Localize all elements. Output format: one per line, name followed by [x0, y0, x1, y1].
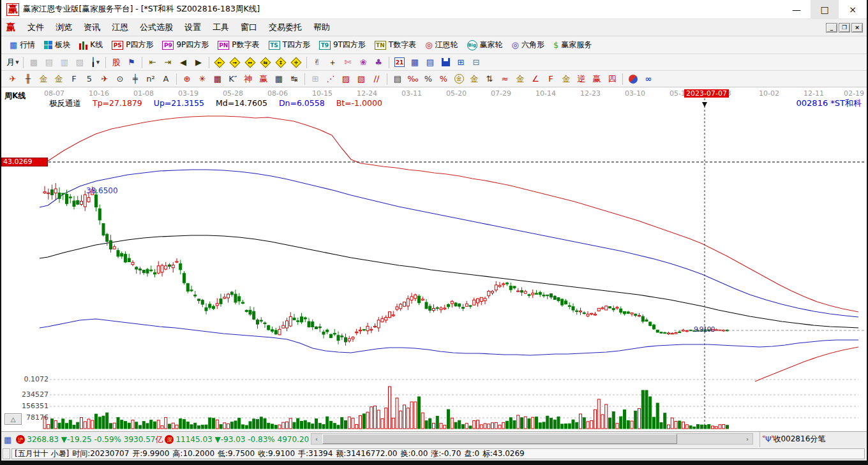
- menu-item-资讯[interactable]: 资讯: [78, 20, 106, 35]
- diamond-h-shrink-button[interactable]: ⇆: [258, 55, 273, 69]
- maximize-button[interactable]: □: [811, 0, 839, 19]
- gann-rocket2-tool[interactable]: ✈: [98, 72, 112, 85]
- gann-pct7-tool[interactable]: ‰: [406, 72, 420, 85]
- hexagon-button[interactable]: ◎六角形: [507, 38, 549, 52]
- scrollbar-thumb[interactable]: [322, 434, 677, 444]
- doc-tool-button[interactable]: ▤: [42, 55, 56, 69]
- gann-shade-tool[interactable]: ▨: [339, 72, 353, 85]
- print-button[interactable]: ⊟: [469, 55, 483, 69]
- prev-button[interactable]: ◀: [176, 55, 190, 69]
- menu-item-设置[interactable]: 设置: [179, 20, 207, 35]
- gann-shen-tool[interactable]: 神: [241, 72, 255, 85]
- gann-n2-tool[interactable]: n²: [144, 72, 158, 85]
- bar-chart-button[interactable]: ▥: [57, 55, 71, 69]
- menu-item-交易委托[interactable]: 交易委托: [263, 20, 308, 35]
- menu-item-帮助[interactable]: 帮助: [308, 20, 336, 35]
- image-tool-button[interactable]: ▩: [27, 55, 41, 69]
- gann-gold2-tool[interactable]: 金: [513, 72, 527, 85]
- last-page-button[interactable]: ⇥: [161, 55, 175, 69]
- restore-rights-button[interactable]: 股: [109, 55, 123, 69]
- chart-canvas[interactable]: [1, 87, 867, 431]
- gann-wheel-button[interactable]: ◎江恩轮: [421, 38, 462, 52]
- gann-k-tool[interactable]: K″: [226, 72, 240, 85]
- kline-button[interactable]: K线: [75, 38, 107, 52]
- gann-span-tool[interactable]: ↹: [287, 72, 301, 85]
- gann-gold-grid-tool[interactable]: 金: [36, 72, 50, 85]
- gann-frame-tool[interactable]: ⊞: [308, 72, 322, 85]
- crosshair-tool-button[interactable]: ＋: [326, 55, 340, 69]
- taichi-tool[interactable]: [626, 72, 640, 85]
- gann-ruler-tool[interactable]: ╪: [128, 72, 142, 85]
- p-square-button[interactable]: PSP四方形: [107, 38, 158, 52]
- gann-updown-tool[interactable]: ⇅: [483, 72, 497, 85]
- t-square-button[interactable]: TST四方形: [264, 38, 315, 52]
- gann-ying-tool[interactable]: 赢: [257, 72, 271, 85]
- notes-button[interactable]: ▤: [423, 55, 437, 69]
- gann-grid-tool[interactable]: ╫: [21, 72, 35, 85]
- diamond-all-button[interactable]: ✛: [289, 55, 303, 69]
- nine-t-square-button[interactable]: T99T四方形: [315, 38, 370, 52]
- nine-p-square-button[interactable]: P99P四方形: [158, 38, 213, 52]
- panel-expand-button[interactable]: △: [4, 413, 22, 425]
- gann-5-grid-tool[interactable]: 5: [82, 72, 96, 85]
- gann-slash-tool[interactable]: ∕∕: [370, 72, 384, 85]
- mdi-restore-button[interactable]: ❐: [839, 23, 850, 33]
- gann-shade2-tool[interactable]: ▧: [354, 72, 368, 85]
- gann-wave-tool[interactable]: ≈: [498, 72, 512, 85]
- diamond-right-button[interactable]: →: [228, 55, 242, 69]
- network-button[interactable]: ⊞: [454, 55, 468, 69]
- period-month-button[interactable]: 月▼: [6, 55, 20, 69]
- close-button[interactable]: ×: [839, 0, 867, 19]
- gann-angle-a-tool[interactable]: A: [159, 72, 173, 85]
- flag-button[interactable]: ⚑: [124, 55, 138, 69]
- winner-service-button[interactable]: $赢家服务: [549, 38, 596, 52]
- menu-item-工具[interactable]: 工具: [207, 20, 235, 35]
- gann-box-star-tool[interactable]: ▦: [211, 72, 225, 85]
- gann-f-grid-tool[interactable]: F: [67, 72, 81, 85]
- clover-tool-button[interactable]: ♣: [371, 55, 385, 69]
- gann-scale-tool[interactable]: ▤: [391, 72, 405, 85]
- menu-item-窗口[interactable]: 窗口: [235, 20, 263, 35]
- gann-dense-grid-tool[interactable]: ▦: [272, 72, 286, 85]
- diamond-left-button[interactable]: ←: [213, 55, 227, 69]
- scroll-right-button[interactable]: ›: [742, 434, 752, 444]
- infinity-tool[interactable]: ∞: [641, 72, 655, 85]
- winner-wheel-button[interactable]: Big赢家轮: [463, 38, 507, 52]
- gann-ying-angle-tool[interactable]: 赢: [590, 72, 604, 85]
- menu-item-浏览[interactable]: 浏览: [50, 20, 78, 35]
- gann-fan-tool[interactable]: ⋰: [324, 72, 338, 85]
- menu-item-文件[interactable]: 文件: [22, 20, 50, 35]
- save-button[interactable]: [438, 55, 453, 69]
- minimize-button[interactable]: —: [782, 0, 811, 19]
- bar-chart2-button[interactable]: ▨: [73, 55, 87, 69]
- sectors-button[interactable]: 板块: [40, 38, 75, 52]
- gann-gold-circle-tool[interactable]: 金: [452, 72, 466, 85]
- calendar-button[interactable]: 21: [393, 55, 407, 69]
- gann-pct-line-tool[interactable]: %: [437, 72, 451, 85]
- cut-tool-button[interactable]: ✄: [341, 55, 355, 69]
- diamond-h-expand-button[interactable]: ↔: [243, 55, 257, 69]
- gann-pct-tool[interactable]: %: [421, 72, 435, 85]
- first-page-button[interactable]: ⇤: [146, 55, 160, 69]
- gann-rocket-tool[interactable]: ✈: [6, 72, 20, 85]
- horizontal-scrollbar[interactable]: ‹ ›: [311, 433, 753, 445]
- scroll-left-button[interactable]: ‹: [311, 434, 322, 444]
- hand-tool-button[interactable]: ✌: [310, 55, 324, 69]
- t-number-table-button[interactable]: TNT数字表: [370, 38, 421, 52]
- gann-gold-grid2-tool[interactable]: 金: [52, 72, 66, 85]
- gann-circle-grid-tool[interactable]: ⊙: [113, 72, 127, 85]
- p-number-table-button[interactable]: PNP数字表: [213, 38, 264, 52]
- gann-star-tool[interactable]: ✳: [195, 72, 209, 85]
- diamond-v-expand-button[interactable]: ↕: [274, 55, 288, 69]
- gann-f-angle-tool[interactable]: F: [544, 72, 558, 85]
- gann-ni-angle-tool[interactable]: 逆: [574, 72, 588, 85]
- calculator-button[interactable]: ▦: [408, 55, 422, 69]
- gann-gold-line-tool[interactable]: 金: [467, 72, 481, 85]
- menu-item-公式选股[interactable]: 公式选股: [134, 20, 179, 35]
- kstyle-button[interactable]: ╽▼: [88, 55, 102, 69]
- flower-tool-button[interactable]: ❀: [356, 55, 370, 69]
- gann-target-tool[interactable]: ⊕: [180, 72, 194, 85]
- next-button[interactable]: ▶: [191, 55, 206, 69]
- gann-si-angle-tool[interactable]: 四: [605, 72, 619, 85]
- gann-angle-tool[interactable]: ∠: [528, 72, 542, 85]
